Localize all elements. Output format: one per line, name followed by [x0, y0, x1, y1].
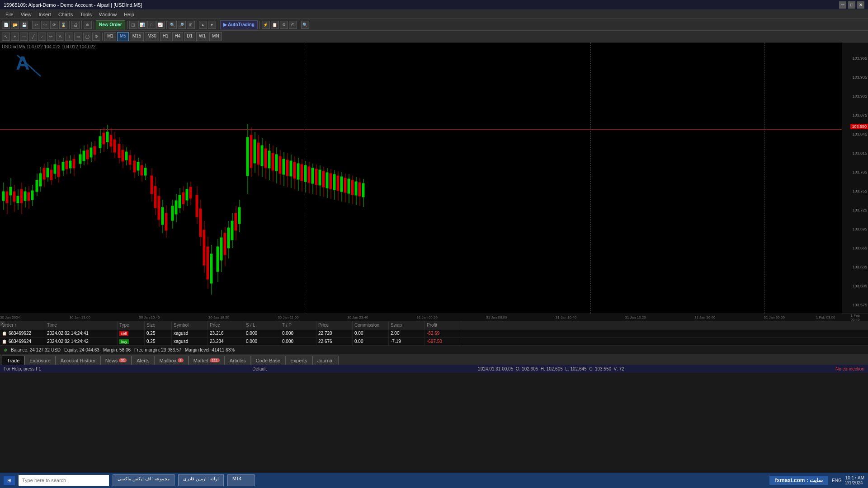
grid-icon[interactable]: ⊞	[187, 21, 195, 29]
template-icon[interactable]: 📋	[271, 21, 279, 29]
autotrading-button[interactable]: ▶ AutoTrading	[220, 20, 258, 29]
menu-help[interactable]: Help	[120, 11, 138, 18]
tab-exposure[interactable]: Exposure	[24, 356, 55, 365]
menu-insert[interactable]: Insert	[35, 11, 55, 18]
line-chart-icon[interactable]: 📈	[156, 21, 165, 29]
text-tool[interactable]: A	[56, 33, 64, 41]
minimize-button[interactable]: ─	[839, 1, 846, 9]
freehand-tool[interactable]: ✏	[47, 33, 55, 41]
taskbar-app-fxmaxi[interactable]: مجموعه : اف ایکس ماکسی	[113, 474, 175, 486]
settings-icon[interactable]: ⚙	[280, 21, 288, 29]
windows-start-button[interactable]: ⊞	[4, 476, 15, 485]
print-icon[interactable]: 🖨	[71, 21, 80, 29]
refresh-icon[interactable]: ⟳	[50, 21, 58, 29]
svg-rect-19	[31, 191, 33, 200]
price-level-2: 103.935	[852, 75, 867, 80]
tf-h4[interactable]: H4	[172, 32, 184, 41]
titlebar: 15965109: Alpari-Demo - Demo Account - A…	[0, 0, 868, 10]
taskbar-search-input[interactable]	[19, 475, 109, 486]
svg-rect-81	[154, 186, 156, 208]
indicator-icon[interactable]: ⚡	[262, 21, 270, 29]
svg-rect-171	[330, 174, 332, 189]
fib-tool[interactable]: Φ	[92, 33, 100, 41]
price-level-8: 103.755	[852, 189, 867, 193]
cell-swap: -7.19	[389, 338, 425, 345]
rect-tool[interactable]: ▭	[74, 33, 82, 41]
tab-mailbox[interactable]: Mailbox 8	[154, 356, 188, 365]
tf-w1[interactable]: W1	[196, 32, 208, 41]
menu-view[interactable]: View	[17, 11, 35, 18]
menu-tools[interactable]: Tools	[76, 11, 95, 18]
tf-m1[interactable]: M1	[104, 32, 116, 41]
maximize-button[interactable]: □	[848, 1, 855, 9]
tf-mn[interactable]: MN	[209, 32, 222, 41]
close-button[interactable]: ✕	[857, 1, 864, 9]
arrow-tool[interactable]: ↖	[2, 33, 10, 41]
menu-file[interactable]: File	[2, 11, 17, 18]
time-label-13: 1 Feb 05:40	[851, 314, 868, 321]
redo-icon[interactable]: ↪	[41, 21, 49, 29]
zoom-out-icon[interactable]: 🔎	[178, 21, 186, 29]
tf-d1[interactable]: D1	[184, 32, 195, 41]
menu-charts[interactable]: Charts	[55, 11, 76, 18]
tab-journal[interactable]: Journal	[312, 356, 339, 365]
svg-rect-5	[6, 192, 8, 203]
search-icon[interactable]: 🔍	[301, 21, 309, 29]
taskbar-lang: ENG	[832, 478, 842, 483]
open-icon[interactable]: 📂	[11, 21, 19, 29]
bar-chart-icon[interactable]: 📊	[138, 21, 146, 29]
cross-tool[interactable]: +	[11, 33, 19, 41]
tab-news[interactable]: News 31	[100, 356, 132, 365]
period-down-icon[interactable]: ▼	[208, 21, 216, 29]
candle-chart-icon[interactable]: ⎍	[147, 21, 156, 29]
panel-close-icon[interactable]: ✕	[0, 321, 5, 326]
trade-row[interactable]: 📋 683469624 2024.02.02 14:24:42 buy 0.25…	[0, 338, 868, 346]
svg-rect-187	[359, 183, 361, 196]
price-level-13: 103.605	[852, 284, 867, 288]
symbol-info: USDInd.M5 104.022 104.022 104.012 104.02…	[2, 44, 95, 49]
tab-alerts[interactable]: Alerts	[132, 356, 154, 365]
svg-rect-27	[47, 168, 49, 177]
save-icon[interactable]: 💾	[20, 21, 28, 29]
zoom-in-icon[interactable]: 🔍	[169, 21, 177, 29]
menu-window[interactable]: Window	[95, 11, 120, 18]
tab-code-base[interactable]: Code Base	[251, 356, 285, 365]
tf-h1[interactable]: H1	[160, 32, 171, 41]
tab-trade[interactable]: Trade	[2, 356, 24, 365]
free-margin-value: Free margin: 23 986.57	[134, 347, 181, 352]
time-label-9: 31 Jan 13:20	[625, 315, 646, 319]
channel-tool[interactable]: ⟋	[38, 33, 46, 41]
chart-container[interactable]: USDInd.M5 104.022 104.022 104.012 104.02…	[0, 42, 868, 314]
svg-rect-29	[50, 170, 52, 180]
trade-row[interactable]: 📋 683469622 2024.02.02 14:24:41 sell 0.2…	[0, 329, 868, 338]
mailbox-badge: 8	[178, 358, 183, 362]
tf-m15[interactable]: M15	[130, 32, 144, 41]
separator	[30, 21, 30, 29]
bottom-tabs: Trade Exposure Account History News 31 A…	[0, 354, 868, 365]
tab-account-history[interactable]: Account History	[56, 356, 100, 365]
label-tool[interactable]: 𝕋	[65, 33, 73, 41]
taskbar-app-metatrader[interactable]: MT4	[227, 474, 255, 486]
chart-type-icon[interactable]: ◫	[129, 21, 137, 29]
tf-m30[interactable]: M30	[145, 32, 159, 41]
hline-tool[interactable]: —	[20, 33, 28, 41]
undo-icon[interactable]: ↩	[32, 21, 40, 29]
history-icon[interactable]: ⌛	[59, 21, 67, 29]
cursor-icon[interactable]: ⊕	[84, 21, 92, 29]
cell-sl: 0.000	[244, 329, 280, 337]
period-up-icon[interactable]: ▲	[199, 21, 207, 29]
new-chart-icon[interactable]: 📄	[2, 21, 10, 29]
tab-articles[interactable]: Articles	[225, 356, 251, 365]
tab-market[interactable]: Market 111	[189, 356, 225, 365]
statusbar-prices: 2024.01.31 00:05 O: 102.605 H: 102.605 L…	[478, 366, 624, 371]
trendline-tool[interactable]: ╱	[29, 33, 37, 41]
taskbar-app-armin[interactable]: ارائه : ارمین قادری	[178, 474, 224, 486]
svg-rect-89	[171, 206, 174, 221]
new-order-button[interactable]: New Order	[96, 20, 125, 29]
svg-rect-107	[207, 247, 209, 279]
ellipse-tool[interactable]: ◯	[83, 33, 91, 41]
clock-icon[interactable]: ⏱	[289, 21, 297, 29]
tab-experts[interactable]: Experts	[285, 356, 312, 365]
svg-rect-117	[227, 228, 230, 248]
tf-m5[interactable]: M5	[117, 32, 129, 41]
